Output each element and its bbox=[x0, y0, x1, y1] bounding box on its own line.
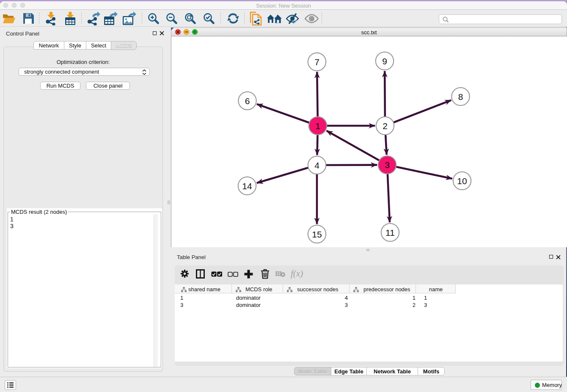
svg-text:9: 9 bbox=[382, 56, 387, 66]
svg-text:14: 14 bbox=[242, 181, 252, 191]
svg-text:10: 10 bbox=[457, 176, 467, 186]
svg-text:3: 3 bbox=[385, 160, 390, 170]
svg-text:8: 8 bbox=[458, 92, 463, 102]
svg-text:4: 4 bbox=[314, 160, 319, 170]
svg-text:2: 2 bbox=[383, 121, 388, 131]
svg-text:15: 15 bbox=[312, 229, 322, 239]
svg-text:1: 1 bbox=[315, 121, 320, 131]
svg-text:7: 7 bbox=[314, 57, 319, 67]
svg-text:11: 11 bbox=[385, 228, 395, 237]
svg-text:6: 6 bbox=[245, 96, 250, 106]
